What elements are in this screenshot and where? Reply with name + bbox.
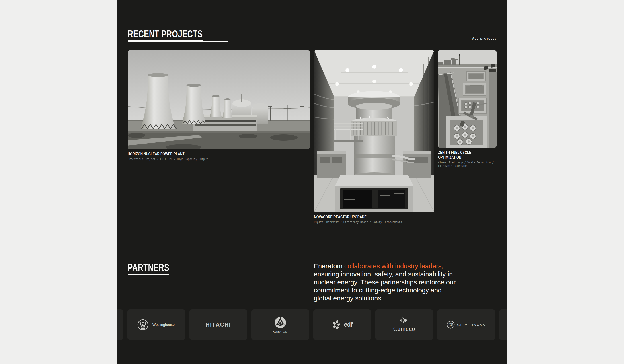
ge-vernova-logo-text: GE VERNOVA [457,323,486,327]
rosatom-logo-text-bold: ROS [273,330,280,333]
project-tags-horizon: Greenfield Project / Full EPC / High-Cap… [128,157,310,161]
recent-projects-heading-group: RECENT PROJECTS [128,28,203,42]
partner-tile-hitachi: HITACHI [189,309,247,340]
ge-monogram-icon: GE [447,320,455,329]
project-image-horizon [128,50,310,149]
edf-logo-text: edf [344,321,353,328]
project-tags-novacore: Digital Retrofit / Efficiency Boost / Sa… [314,220,434,224]
partner-tile-partial-right [499,309,507,340]
partners-title: PARTNERS [128,262,169,273]
all-projects-link[interactable]: All projects [472,37,496,42]
project-title-horizon: HORIZON NUCLEAR POWER PLANT [128,152,264,156]
partners-intro-text: Eneratom collaborates with industry lead… [314,262,492,302]
reactor-hall-illustration [314,50,434,212]
rosatom-logo-text-light: ATOM [279,330,288,333]
partner-tile-rosatom: ROSATOM [251,309,309,340]
rosatom-logo-icon [274,316,287,329]
partner-logo-carousel: Westinghouse HITACHI ROSATOM [117,309,507,340]
partner-tile-westinghouse: Westinghouse [128,309,185,340]
intro-line-2: ensuring innovation, safety, and sustain… [314,270,492,278]
project-card-zenith[interactable]: ZENITH FUEL CYCLE OPTIMIZATION Closed Fu… [438,50,496,168]
project-title-novacore: NOVACORE REACTOR UPGRADE [314,214,404,219]
screenshot-canvas: RECENT PROJECTS All projects [0,0,624,364]
cooling-towers-illustration [128,50,310,149]
intro-lead: Eneratom [314,262,344,270]
cameco-logo-text: Cameco [393,325,415,332]
partners-underline [128,274,169,275]
intro-line-4: commitment to cutting-edge technology an… [314,286,492,294]
project-image-zenith [438,50,496,148]
edf-logo-icon [332,320,342,330]
intro-line-5: global energy solutions. [314,294,492,302]
project-card-horizon[interactable]: HORIZON NUCLEAR POWER PLANT Greenfield P… [128,50,310,161]
svg-text:GE: GE [448,323,453,327]
partner-tile-partial-left [117,309,123,340]
intro-line-3: nuclear energy. These partnerships reinf… [314,278,492,286]
westinghouse-logo-text: Westinghouse [152,322,175,327]
partner-tile-edf: edf [313,309,371,340]
cameco-logo-icon [400,317,409,324]
partner-tile-cameco: Cameco [375,309,433,340]
project-card-novacore[interactable]: NOVACORE REACTOR UPGRADE Digital Retrofi… [314,50,434,224]
recent-projects-title: RECENT PROJECTS [128,28,203,39]
hitachi-logo-text: HITACHI [206,321,231,328]
recent-projects-underline [128,40,203,42]
partners-heading-group: PARTNERS [128,262,169,275]
intro-highlight: collaborates with industry leaders, [344,262,443,270]
site-page: RECENT PROJECTS All projects [117,0,507,364]
project-tags-zenith: Closed Fuel Loop / Waste Reduction / Lif… [438,161,494,168]
partner-tile-ge-vernova: GE GE VERNOVA [437,309,495,340]
project-title-zenith: ZENITH FUEL CYCLE OPTIMIZATION [438,150,494,160]
partners-header: PARTNERS [128,262,185,275]
recent-projects-header: RECENT PROJECTS [128,28,232,42]
fuel-facility-illustration [438,50,496,148]
rosatom-logo-text: ROSATOM [273,330,288,333]
project-image-novacore [314,50,434,212]
westinghouse-logo-icon [137,319,149,331]
